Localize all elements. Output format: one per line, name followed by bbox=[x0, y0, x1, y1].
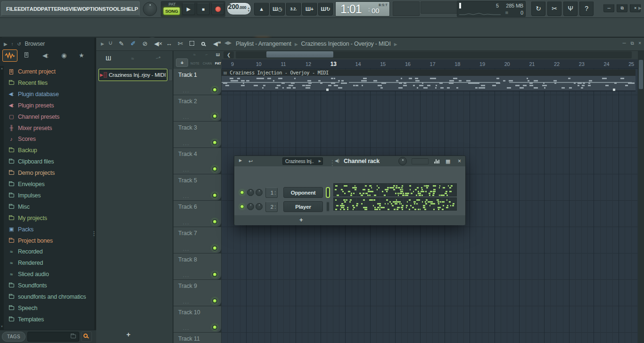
song-mode-button[interactable]: SONG bbox=[163, 7, 180, 15]
restore-button[interactable]: ⧉ bbox=[617, 4, 627, 12]
add-channel-button[interactable]: + bbox=[299, 216, 303, 223]
scroll-up-icon[interactable]: ▲ bbox=[0, 67, 3, 70]
track-arm-led[interactable] bbox=[212, 325, 217, 330]
breadcrumb-project[interactable]: Craziness Injection - Overjoy - MIDI bbox=[301, 41, 391, 47]
scroll-down-icon[interactable]: ▼ bbox=[0, 325, 3, 328]
chan-tab-icon[interactable]: ~ bbox=[204, 52, 208, 57]
channel-name-button[interactable]: Player bbox=[283, 201, 323, 212]
playback-tool-icon[interactable]: ◀❝ bbox=[213, 40, 221, 47]
audio-tab-icon[interactable]: ≈ bbox=[131, 56, 134, 61]
track-arm-led[interactable] bbox=[212, 298, 217, 303]
countdown-button[interactable]: 3.2. bbox=[286, 2, 301, 16]
select-tool-icon[interactable] bbox=[190, 40, 194, 47]
add-pattern-button[interactable]: + bbox=[126, 330, 131, 338]
one-click-recording-button[interactable]: ✂ bbox=[547, 1, 561, 16]
track-options-dots[interactable]: ... bbox=[183, 88, 190, 93]
browser-up-icon[interactable]: ↑ bbox=[11, 41, 14, 47]
swing-display[interactable] bbox=[412, 158, 429, 164]
pat-mode-label[interactable]: PAT bbox=[165, 2, 179, 7]
browser-item-packs[interactable]: ▣Packs bbox=[4, 224, 96, 235]
automation-tab-icon[interactable]: ~• bbox=[155, 54, 162, 62]
menu-item-add[interactable]: ADD bbox=[30, 6, 41, 12]
track-arm-led[interactable] bbox=[212, 219, 217, 224]
channel-name-button[interactable]: Opponent bbox=[283, 187, 323, 198]
track-header-track-8[interactable]: Track 8... bbox=[173, 253, 221, 279]
help-button[interactable]: ? bbox=[579, 1, 594, 16]
pattern-tab-icon[interactable]: Ш bbox=[106, 55, 111, 62]
channel-rack-pattern-selector[interactable]: Craziness Inj.. ▶ bbox=[282, 157, 323, 165]
track-header-track-5[interactable]: Track 5... bbox=[173, 174, 221, 200]
pat-tab-icon[interactable]: Ш bbox=[216, 52, 220, 57]
menu-arrow-icon[interactable]: ▶ bbox=[239, 158, 242, 163]
wait-for-input-button[interactable]: Ш◷ bbox=[270, 2, 285, 16]
slice-tool-icon[interactable]: ✄ bbox=[178, 40, 183, 47]
pan-knob[interactable] bbox=[247, 189, 254, 196]
browser-item-envelopes[interactable]: Envelopes bbox=[4, 179, 96, 190]
channel-rack-window[interactable]: ▶ ↩ Craziness Inj.. ▶ ⋮ ◀) Channel rack … bbox=[234, 155, 466, 225]
track-options-dots[interactable]: ... bbox=[183, 194, 190, 199]
playlist-menu-icon[interactable]: ▶ bbox=[101, 41, 104, 46]
note-tab-icon[interactable]: ≈ bbox=[193, 52, 196, 57]
browser-item-channel-presets[interactable]: ▢Channel presets bbox=[4, 111, 96, 122]
track-arm-led[interactable] bbox=[212, 87, 217, 92]
track-header-track-4[interactable]: Track 4... bbox=[173, 148, 221, 174]
minimize-button[interactable]: ─ bbox=[603, 4, 614, 12]
loop-record-button[interactable]: Ш+ bbox=[302, 2, 317, 16]
search-button[interactable] bbox=[81, 331, 92, 342]
browser-item-mixer-presets[interactable]: ╫Mixer presets bbox=[4, 122, 96, 134]
tab-audio[interactable] bbox=[2, 49, 17, 62]
close-icon[interactable]: × bbox=[458, 158, 461, 164]
menu-item-patterns[interactable]: PATTERNS bbox=[41, 6, 69, 12]
channel-note-preview[interactable] bbox=[333, 183, 457, 196]
channel-enable-led[interactable] bbox=[240, 204, 244, 209]
browser-item-impulses[interactable]: Impulses bbox=[4, 190, 96, 201]
draw-tool-icon[interactable]: ✎ bbox=[119, 40, 124, 47]
graph-editor-icon[interactable] bbox=[434, 159, 439, 163]
volume-knob[interactable] bbox=[256, 203, 263, 210]
browser-item-scores[interactable]: ♪Scores bbox=[4, 133, 96, 145]
menu-item-options[interactable]: OPTIONS bbox=[82, 6, 106, 12]
channel-select-indicator[interactable] bbox=[326, 187, 330, 198]
track-options-dots[interactable]: ... bbox=[183, 326, 190, 331]
track-options-dots[interactable]: ... bbox=[183, 167, 190, 172]
menu-item-file[interactable]: FILE bbox=[6, 6, 17, 12]
browser-scrollbar[interactable]: ▲ ▼ bbox=[0, 66, 4, 330]
pattern-list-scrollbar[interactable] bbox=[168, 69, 173, 81]
slip-tool-icon[interactable]: ↔ bbox=[166, 40, 172, 47]
channel-enable-led[interactable] bbox=[240, 190, 244, 195]
keyboard-editor-icon[interactable]: ▦ bbox=[446, 158, 450, 164]
track-header-track-2[interactable]: Track 2... bbox=[173, 95, 221, 121]
track-arm-led[interactable] bbox=[212, 140, 217, 145]
browser-item-plugin-presets[interactable]: ◀:Plugin presets bbox=[4, 100, 96, 111]
breadcrumb-playlist[interactable]: Playlist - Arrangement bbox=[236, 41, 291, 47]
vertical-scrollbar-thumb[interactable] bbox=[639, 60, 643, 89]
track-arm-led[interactable] bbox=[212, 245, 217, 251]
time-display[interactable]: 1:01 : 00 B:S:T bbox=[335, 1, 390, 16]
browser-item-recent-files[interactable]: Recent files bbox=[4, 77, 96, 89]
menu-item-help[interactable]: HELP bbox=[124, 6, 138, 12]
swing-knob[interactable] bbox=[398, 157, 407, 165]
track-arm-led[interactable] bbox=[212, 166, 217, 172]
track-header-track-6[interactable]: Track 6... bbox=[173, 201, 221, 227]
track-options-dots[interactable]: ... bbox=[183, 299, 190, 304]
track-header-track-7[interactable]: Track 7... bbox=[173, 227, 221, 253]
track-options-dots[interactable]: ... bbox=[183, 246, 190, 252]
performance-monitor[interactable]: 5 285 MB ▦ 0 bbox=[457, 1, 526, 17]
tab-favorites[interactable]: ★ bbox=[79, 52, 84, 59]
channel-number-box[interactable]: 2▲▼ bbox=[265, 202, 278, 212]
scroll-left-button[interactable]: ❮ bbox=[223, 51, 234, 58]
record-button[interactable] bbox=[211, 3, 224, 15]
track-options-dots[interactable]: ... bbox=[183, 220, 190, 225]
menu-item-view[interactable]: VIEW bbox=[69, 6, 83, 12]
timeline-ruler[interactable]: 910111213141516171819202122232425 bbox=[222, 59, 638, 69]
close-icon[interactable]: × bbox=[638, 41, 641, 46]
browser-forward-icon[interactable]: ▶ bbox=[4, 41, 8, 47]
collapse-arrow-icon[interactable]: ▶ bbox=[638, 6, 642, 10]
horizontal-scrollbar-thumb[interactable] bbox=[266, 51, 333, 57]
track-arm-led[interactable] bbox=[212, 272, 217, 277]
browser-item-demo-projects[interactable]: Demo projects bbox=[4, 167, 96, 179]
browser-item-clipboard-files[interactable]: Clipboard files bbox=[4, 156, 96, 167]
metronome-button[interactable]: ▲ bbox=[254, 2, 269, 16]
playback-speaker-icon[interactable]: ◀▶ bbox=[224, 40, 231, 45]
pat-tab-label[interactable]: PAT bbox=[215, 62, 221, 65]
